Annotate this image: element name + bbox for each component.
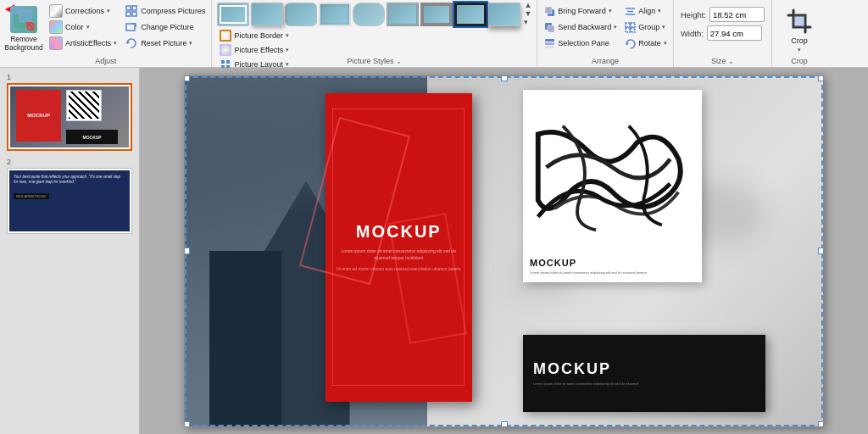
svg-rect-29 xyxy=(793,15,805,27)
pic-style-6[interactable] xyxy=(387,3,419,26)
height-input[interactable] xyxy=(709,7,765,22)
width-row: Width: xyxy=(681,25,765,41)
align-button[interactable]: Align ▾ xyxy=(621,3,670,19)
rotate-arrow: ▾ xyxy=(664,40,667,47)
size-group: Size ⌄ Height: Width: xyxy=(674,0,772,67)
crop-button[interactable]: Crop ▾ xyxy=(782,5,816,56)
pic-style-9[interactable] xyxy=(488,3,520,26)
group-button[interactable]: Group ▾ xyxy=(621,19,670,35)
svg-rect-15 xyxy=(545,7,552,14)
crop-group-label: Crop xyxy=(772,57,826,65)
picture-effects-button[interactable]: Picture Effects ▾ xyxy=(217,43,531,57)
white-poster-text: Lorem ipsum dolor sit amet consectetur a… xyxy=(530,270,647,275)
remove-bg-icon xyxy=(10,6,37,33)
adjust-group: Adjust ◀ RemoveBackground Corrections ▾ xyxy=(0,0,212,67)
corrections-icon xyxy=(49,4,63,18)
main-area: 1 MOCKUP MOCKUP xyxy=(0,68,868,434)
white-poster: MOCKUP Lorem ipsum dolor sit amet consec… xyxy=(523,90,702,282)
selection-pane-button[interactable]: Selection Pane xyxy=(541,36,620,51)
rotate-icon xyxy=(624,37,636,49)
color-arrow: ▾ xyxy=(86,24,90,31)
red-poster-title: MOCKUP xyxy=(356,222,442,242)
picture-styles-row: ▲ ▼ ▾ xyxy=(217,2,531,26)
remove-bg-label: RemoveBackground xyxy=(4,35,42,52)
remove-background-button[interactable]: ◀ RemoveBackground xyxy=(3,2,44,54)
red-poster-text2: Ut enim ad minim veniam quis nostrud exe… xyxy=(328,266,470,273)
pic-style-7[interactable] xyxy=(420,3,453,26)
group-label: Group xyxy=(638,23,659,31)
svg-rect-7 xyxy=(132,12,136,16)
change-picture-icon xyxy=(125,20,138,34)
pic-style-8[interactable] xyxy=(454,3,487,26)
picture-styles-label: Picture Styles ⌄ xyxy=(212,57,537,65)
ribbon: Adjust ◀ RemoveBackground Corrections ▾ xyxy=(0,0,868,68)
send-backward-button[interactable]: Send Backward ▾ xyxy=(541,19,620,35)
pic-style-2[interactable] xyxy=(251,3,283,26)
rotate-label: Rotate xyxy=(638,39,661,47)
slide-2-quote: Your best quote that reflects your appro… xyxy=(14,175,125,186)
slide-2-name: NEIL ARMSTRONG xyxy=(14,193,49,199)
artistic-icon xyxy=(49,36,63,50)
svg-rect-24 xyxy=(626,23,630,27)
arrange-group: Arrange Bring Forward ▾ Send Backward ▾ xyxy=(537,0,674,67)
crop-group: Crop Crop ▾ xyxy=(772,0,826,67)
compress-pictures-button[interactable]: Compress Pictures xyxy=(122,3,208,19)
bring-forward-arrow: ▾ xyxy=(609,8,612,14)
svg-rect-20 xyxy=(545,46,554,48)
artistic-effects-button[interactable]: ArtisticEffects ▾ xyxy=(47,36,120,51)
svg-rect-5 xyxy=(132,6,136,10)
picture-border-button[interactable]: Picture Border ▾ xyxy=(217,29,531,42)
white-poster-title: MOCKUP xyxy=(530,258,576,268)
corrections-label: Corrections xyxy=(65,7,104,15)
bring-forward-label: Bring Forward xyxy=(558,7,606,15)
width-input[interactable] xyxy=(707,25,762,41)
slide-panel: 1 MOCKUP MOCKUP xyxy=(0,68,140,434)
slide-1-thumbnail[interactable]: MOCKUP MOCKUP xyxy=(7,83,132,151)
picture-styles-group: Picture Styles ⌄ ▲ ▼ ▾ xyxy=(212,0,537,67)
change-picture-label: Change Picture xyxy=(141,23,193,31)
svg-rect-17 xyxy=(548,25,554,32)
black-poster: MOCKUP Lorem ipsum dolor sit amet consec… xyxy=(523,335,765,412)
styles-scroll-up[interactable]: ▲ ▼ ▾ xyxy=(524,2,531,26)
black-poster-title: MOCKUP xyxy=(533,360,611,378)
size-expand-icon: ⌄ xyxy=(728,58,734,65)
poster-artwork xyxy=(530,97,695,254)
pic-style-3[interactable] xyxy=(285,3,317,26)
picture-styles-expand: ⌄ xyxy=(396,58,402,65)
svg-marker-9 xyxy=(127,41,130,44)
rotate-button[interactable]: Rotate ▾ xyxy=(621,36,670,51)
picture-effects-label: Picture Effects xyxy=(234,46,283,54)
slide-2-container: 2 Your best quote that reflects your app… xyxy=(7,158,132,234)
bring-forward-button[interactable]: Bring Forward ▾ xyxy=(541,3,620,19)
svg-marker-28 xyxy=(626,42,629,45)
artistic-arrow: ▾ xyxy=(114,40,117,47)
svg-rect-6 xyxy=(126,12,131,16)
send-backward-label: Send Backward xyxy=(558,23,611,31)
svg-rect-25 xyxy=(631,23,635,27)
arrange-col2: Align ▾ Group ▾ Rotate ▾ xyxy=(621,2,670,51)
adjust-small-buttons: Corrections ▾ Color ▾ ArtisticEffects ▾ xyxy=(47,2,120,51)
slide-2-number: 2 xyxy=(7,158,132,166)
corrections-button[interactable]: Corrections ▾ xyxy=(47,3,120,19)
height-row: Height: xyxy=(681,7,765,22)
pic-style-5[interactable] xyxy=(353,3,385,26)
red-poster-text: Lorem ipsum dolor sit amet consectetur a… xyxy=(326,248,472,261)
bring-forward-icon xyxy=(543,5,555,17)
pic-style-1[interactable] xyxy=(217,3,249,26)
svg-rect-1 xyxy=(19,9,32,23)
picture-border-label: Picture Border xyxy=(234,31,283,40)
group-label-adjust: Adjust xyxy=(0,57,211,65)
slide-1-content: MOCKUP MOCKUP xyxy=(10,86,129,147)
slide-2-thumbnail[interactable]: Your best quote that reflects your appro… xyxy=(7,168,132,234)
slide-canvas[interactable]: MOCKUP Lorem ipsum dolor sit amet consec… xyxy=(184,75,824,427)
reset-picture-button[interactable]: Reset Picture ▾ xyxy=(122,36,208,51)
selection-pane-icon xyxy=(543,37,555,49)
color-button[interactable]: Color ▾ xyxy=(47,19,120,35)
height-label: Height: xyxy=(681,10,706,19)
group-icon xyxy=(624,21,636,33)
slide-1-container: 1 MOCKUP MOCKUP xyxy=(7,73,132,151)
change-picture-button[interactable]: Change Picture xyxy=(122,19,208,35)
pic-style-4[interactable] xyxy=(319,3,351,26)
align-arrow: ▾ xyxy=(658,8,661,14)
send-backward-arrow: ▾ xyxy=(614,24,617,31)
